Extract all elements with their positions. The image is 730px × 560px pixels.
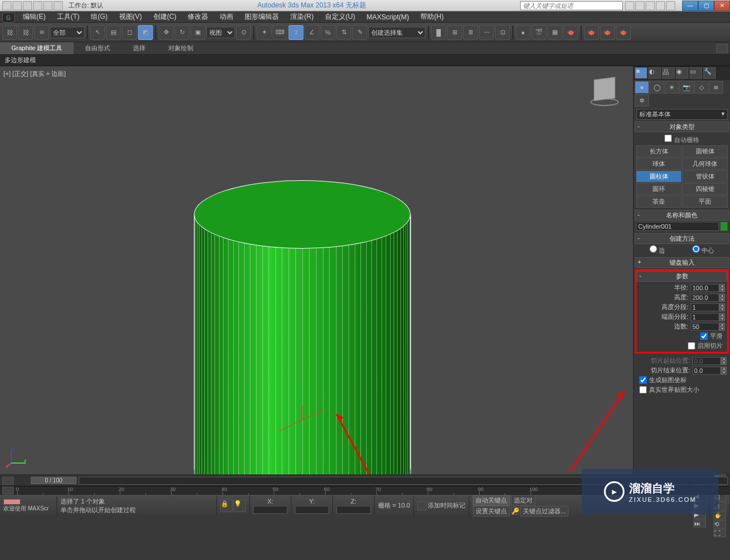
- tab-graphite[interactable]: Graphite 建模工具: [0, 42, 74, 54]
- render-activeshade-icon[interactable]: 🫖: [600, 25, 615, 40]
- sphere-button[interactable]: 球体: [636, 158, 682, 170]
- spinner-snap-icon[interactable]: ⇅: [336, 25, 351, 40]
- hierarchy-tab-icon[interactable]: 品: [662, 67, 675, 79]
- primitive-category-dropdown[interactable]: 标准基本体▾: [636, 109, 728, 120]
- undo-icon[interactable]: [33, 1, 42, 10]
- menu-modifiers[interactable]: 修改器: [182, 11, 214, 23]
- coord-y-input[interactable]: [295, 506, 329, 514]
- workspace-label[interactable]: 工作台: 默认: [68, 1, 103, 10]
- menu-maxscript[interactable]: MAXScript(M): [361, 12, 415, 22]
- app-menu-icon[interactable]: G: [2, 13, 15, 23]
- modify-tab-icon[interactable]: ◐: [648, 67, 661, 79]
- layers-icon[interactable]: ≣: [463, 25, 478, 40]
- torus-button[interactable]: 圆环: [636, 183, 682, 195]
- center-radio[interactable]: 中心: [692, 245, 714, 255]
- autokey-button[interactable]: 自动关键点: [473, 495, 510, 506]
- lights-cat-icon[interactable]: ☀: [664, 81, 679, 94]
- snap-toggle-icon[interactable]: 3: [289, 25, 303, 40]
- percent-snap-icon[interactable]: %: [321, 25, 335, 40]
- curve-editor-icon[interactable]: 〰: [479, 25, 494, 40]
- render-preset-icon[interactable]: 🫖: [616, 25, 631, 40]
- menu-edit[interactable]: 编辑(E): [17, 11, 51, 23]
- utilities-tab-icon[interactable]: 🔧: [703, 67, 716, 79]
- tab-objectpaint[interactable]: 对象绘制: [157, 42, 205, 54]
- named-selection-dropdown[interactable]: 创建选择集: [368, 27, 425, 38]
- gen-uv-checkbox[interactable]: [639, 376, 647, 384]
- favorite-icon[interactable]: [656, 1, 665, 10]
- time-slider-thumb[interactable]: 0 / 100: [31, 477, 76, 484]
- ref-coord-dropdown[interactable]: 视图: [206, 27, 235, 38]
- bind-spacewarp-icon[interactable]: ≋: [34, 25, 49, 40]
- menu-views[interactable]: 视图(V): [113, 11, 148, 23]
- save-icon[interactable]: [23, 1, 32, 10]
- spinner-arrows[interactable]: ▴▾: [719, 294, 725, 302]
- systems-cat-icon[interactable]: ✲: [635, 94, 649, 107]
- keyfilter-button[interactable]: 关键点过滤器...: [520, 506, 569, 517]
- helpers-cat-icon[interactable]: ◇: [694, 81, 708, 94]
- maximize-viewport-icon[interactable]: ⛶: [713, 529, 726, 537]
- use-center-icon[interactable]: ⊙: [236, 25, 251, 40]
- material-editor-icon[interactable]: ●: [516, 25, 530, 40]
- mirror-icon[interactable]: ▐▌: [431, 25, 446, 40]
- height-seg-input[interactable]: [691, 303, 719, 311]
- selection-filter-dropdown[interactable]: 全部: [50, 27, 84, 38]
- spinner-arrows[interactable]: ▴▾: [719, 313, 725, 321]
- pyramid-button[interactable]: 四棱锥: [682, 183, 728, 195]
- menu-rendering[interactable]: 渲染(R): [285, 11, 319, 23]
- spinner-arrows[interactable]: ▴▾: [719, 284, 725, 292]
- render-setup-icon[interactable]: 🎬: [532, 25, 546, 40]
- timeline-toggle-icon[interactable]: [2, 477, 14, 485]
- viewport-label[interactable]: [+] [正交] [真实 + 边面]: [3, 70, 66, 78]
- cone-button[interactable]: 圆锥体: [682, 145, 728, 157]
- keyboard-shortcut-icon[interactable]: ⌨: [273, 25, 287, 40]
- minimize-button[interactable]: —: [682, 1, 698, 11]
- help-icon[interactable]: [666, 1, 675, 10]
- edge-radio[interactable]: 边: [650, 245, 665, 255]
- rollout-header[interactable]: -创建方法: [635, 233, 729, 244]
- subscription-icon[interactable]: [635, 1, 644, 10]
- select-by-name-icon[interactable]: ▤: [106, 25, 121, 40]
- rendered-frame-icon[interactable]: ▦: [548, 25, 562, 40]
- goto-end-icon[interactable]: ⏭: [694, 520, 706, 527]
- display-tab-icon[interactable]: ▭: [690, 67, 702, 79]
- add-time-tag[interactable]: 添加时间标记: [428, 501, 465, 510]
- redo-icon[interactable]: [43, 1, 52, 10]
- trackbar-toggle-icon[interactable]: [2, 486, 14, 494]
- menu-customize[interactable]: 自定义(U): [319, 11, 361, 23]
- menu-create[interactable]: 创建(C): [148, 11, 182, 23]
- link-tool-icon[interactable]: ⛓: [2, 25, 17, 40]
- render-production-icon[interactable]: 🫖: [563, 25, 578, 40]
- time-tag-icon[interactable]: [417, 501, 427, 510]
- sides-input[interactable]: [691, 323, 719, 331]
- spinner-arrows[interactable]: ▴▾: [719, 303, 725, 311]
- real-world-checkbox[interactable]: [639, 386, 647, 393]
- slice-to-input[interactable]: [692, 367, 721, 375]
- tab-selection[interactable]: 选择: [121, 42, 157, 54]
- tube-button[interactable]: 管状体: [682, 171, 728, 182]
- radius-input[interactable]: [691, 284, 719, 292]
- exchange-icon[interactable]: [646, 1, 655, 10]
- select-move-icon[interactable]: ✥: [159, 25, 173, 40]
- height-input[interactable]: [691, 294, 719, 302]
- shapes-cat-icon[interactable]: ◯: [650, 81, 664, 94]
- spinner-arrows[interactable]: ▴▾: [719, 323, 725, 331]
- unlink-tool-icon[interactable]: ⛓: [18, 25, 33, 40]
- edit-named-sel-icon[interactable]: ✎: [352, 25, 367, 40]
- object-name-input[interactable]: [636, 222, 719, 231]
- link-icon[interactable]: [54, 1, 63, 10]
- motion-tab-icon[interactable]: ◉: [676, 67, 688, 79]
- smooth-checkbox[interactable]: [700, 332, 708, 340]
- selected-keymode[interactable]: 选定对: [511, 495, 536, 506]
- cap-seg-input[interactable]: [691, 313, 719, 321]
- viewcube[interactable]: [587, 78, 622, 112]
- coord-z-input[interactable]: [336, 506, 371, 514]
- autogrid-checkbox[interactable]: [664, 135, 672, 142]
- polygon-modeling-panel[interactable]: 多边形建模: [0, 55, 730, 66]
- isolate-icon[interactable]: 💡: [233, 500, 246, 512]
- schematic-view-icon[interactable]: ⊡: [495, 25, 510, 40]
- create-tab-icon[interactable]: ✹: [635, 67, 647, 79]
- viewport[interactable]: [+] [正交] [真实 + 边面] z y x: [0, 66, 633, 474]
- close-button[interactable]: ✕: [714, 1, 730, 11]
- box-button[interactable]: 长方体: [636, 145, 682, 157]
- lock-selection-icon[interactable]: 🔒: [220, 500, 233, 512]
